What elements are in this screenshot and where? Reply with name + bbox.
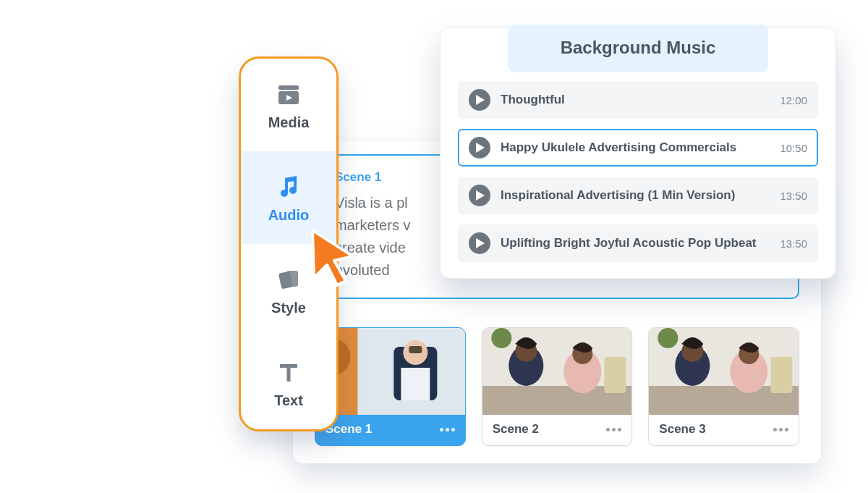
more-icon[interactable]	[773, 428, 788, 431]
toolbar-item-label: Style	[271, 300, 306, 316]
scene-card[interactable]: Scene 3	[648, 327, 799, 446]
music-track[interactable]: Inspirational Advertising (1 Min Version…	[458, 177, 818, 214]
track-name: Happy Ukulele Advertising Commercials	[501, 140, 770, 155]
swatch-icon	[274, 265, 303, 294]
play-icon[interactable]	[469, 89, 490, 111]
toolbar-item-label: Audio	[268, 207, 310, 224]
toolbar-item-audio[interactable]: Audio	[241, 151, 336, 244]
toolbar-item-style[interactable]: Style	[241, 244, 336, 337]
svg-point-14	[491, 328, 511, 348]
track-duration: 10:50	[780, 142, 807, 154]
toolbar-item-label: Media	[268, 114, 310, 131]
toolbar-item-text[interactable]: Text	[241, 337, 336, 429]
track-duration: 13:50	[780, 190, 807, 202]
side-toolbar: Media Audio Style Text	[239, 56, 339, 431]
toolbar-item-media[interactable]: Media	[241, 59, 336, 151]
play-icon[interactable]	[469, 185, 490, 206]
play-icon[interactable]	[469, 232, 490, 254]
track-duration: 13:50	[780, 237, 807, 250]
svg-rect-6	[401, 368, 430, 400]
music-track[interactable]: Happy Ukulele Advertising Commercials 10…	[458, 129, 818, 167]
track-name: Thoughtful	[501, 93, 770, 107]
background-music-panel: Background Music Thoughtful 12:00 Happy …	[440, 27, 836, 279]
scene-card[interactable]: Scene 2	[482, 327, 633, 446]
track-name: Inspirational Advertising (1 Min Version…	[501, 188, 770, 203]
toolbar-item-label: Text	[274, 392, 303, 409]
svg-point-22	[658, 328, 678, 348]
scene-card-label: Scene 2	[493, 422, 539, 437]
scene-card-label: Scene 3	[659, 422, 705, 437]
svg-rect-13	[604, 357, 626, 393]
track-name: Uplifting Bright Joyful Acoustic Pop Upb…	[501, 236, 770, 250]
music-track[interactable]: Thoughtful 12:00	[458, 81, 818, 119]
svg-rect-26	[286, 271, 298, 287]
background-music-title: Background Music	[508, 25, 768, 72]
svg-rect-5	[409, 346, 422, 353]
music-track[interactable]: Uplifting Bright Joyful Acoustic Pop Upb…	[458, 224, 818, 262]
play-icon[interactable]	[469, 137, 490, 159]
more-icon[interactable]	[606, 428, 621, 431]
scene-strip: Scene 1 Scene 2	[315, 327, 799, 446]
track-duration: 12:00	[780, 94, 807, 106]
scene-thumbnail	[482, 328, 632, 415]
svg-rect-21	[771, 357, 793, 393]
track-list: Thoughtful 12:00 Happy Ukulele Advertisi…	[458, 81, 818, 262]
svg-rect-23	[278, 85, 299, 90]
media-icon	[274, 80, 303, 109]
more-icon[interactable]	[440, 428, 455, 431]
text-icon	[274, 358, 303, 387]
scene-thumbnail	[649, 328, 799, 415]
svg-rect-28	[287, 364, 291, 382]
music-note-icon	[274, 172, 303, 201]
